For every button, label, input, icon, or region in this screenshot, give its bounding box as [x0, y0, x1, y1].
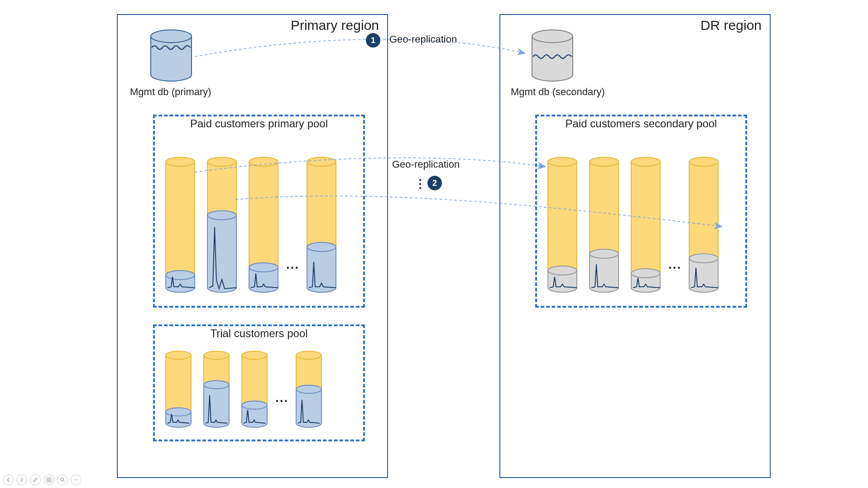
chevron-left-icon: [6, 478, 10, 482]
mgmt-db-secondary-label: Mgmt db (secondary): [511, 86, 605, 98]
svg-rect-26: [47, 478, 48, 479]
paid-primary-pool-title: Paid customers primary pool: [155, 117, 363, 130]
next-slide-button[interactable]: [16, 474, 27, 485]
primary-region-title: Primary region: [291, 18, 379, 33]
replication-badge-1: 1: [366, 33, 380, 48]
svg-point-34: [77, 479, 78, 480]
replication-label-1: Geo-replication: [389, 34, 457, 45]
trial-pool-title: Trial customers pool: [155, 327, 363, 340]
replication-badge-2: 2: [427, 176, 442, 190]
presentation-toolbar: [3, 474, 82, 485]
diagram-canvas: Primary region DR region Mgmt db (primar…: [0, 0, 868, 488]
svg-rect-28: [47, 480, 48, 482]
svg-rect-27: [49, 478, 51, 479]
magnifier-icon: [60, 477, 65, 483]
grid-icon: [46, 477, 52, 483]
trial-pool-box: Trial customers pool: [153, 324, 365, 441]
replication-label-2: Geo-replication: [392, 159, 460, 170]
more-icon: [73, 477, 79, 483]
slideshow-view-button[interactable]: [43, 474, 54, 485]
more-button[interactable]: [71, 474, 82, 485]
svg-rect-29: [49, 480, 51, 482]
paid-primary-pool-box: Paid customers primary pool: [153, 115, 365, 308]
paid-secondary-ellipsis: ...: [668, 257, 681, 272]
replication-vertical-ellipsis: ●●●: [418, 178, 422, 190]
pen-icon: [33, 477, 38, 483]
chevron-right-icon: [19, 478, 24, 482]
trial-ellipsis: ...: [275, 391, 288, 405]
svg-point-30: [61, 478, 64, 481]
pen-button[interactable]: [30, 474, 41, 485]
svg-point-33: [76, 479, 77, 480]
paid-primary-ellipsis: ...: [286, 257, 299, 272]
svg-line-31: [63, 481, 65, 482]
prev-slide-button[interactable]: [3, 474, 14, 485]
paid-secondary-pool-box: Paid customers secondary pool: [535, 115, 747, 308]
mgmt-db-primary-label: Mgmt db (primary): [130, 86, 211, 98]
zoom-button[interactable]: [57, 474, 68, 485]
paid-secondary-pool-title: Paid customers secondary pool: [537, 117, 745, 130]
dr-region-title: DR region: [700, 18, 762, 33]
svg-point-32: [74, 479, 75, 480]
